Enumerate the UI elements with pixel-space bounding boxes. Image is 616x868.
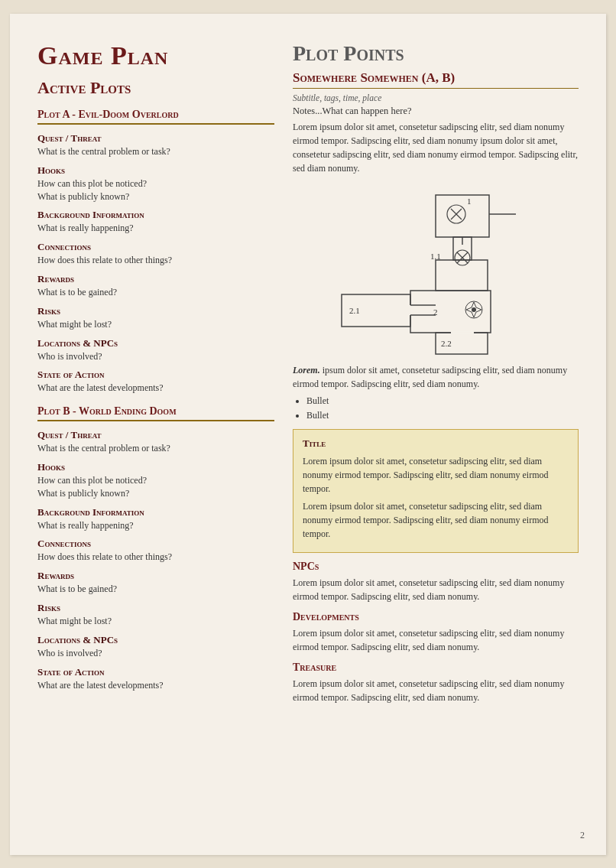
section-body-developments: Lorem ipsum dolor sit amet, consetetur s…: [293, 626, 579, 654]
map-caption: Lorem. ipsum dolor sit amet, consetetur …: [293, 363, 579, 391]
field-label-risks: Risks: [37, 305, 274, 317]
plot-a-heading: Plot A - Evil-Doom Overlord: [37, 109, 274, 125]
svg-rect-10: [436, 260, 488, 291]
right-sections: NPCsLorem ipsum dolor sit amet, consetet…: [293, 561, 579, 704]
page-number: 2: [580, 830, 585, 841]
field-value: What is the central problem or task?: [37, 442, 274, 455]
field-value: What are the latest developments?: [37, 382, 274, 395]
field-label-quest--threat: Quest / Threat: [37, 132, 274, 145]
field-label-quest--threat: Quest / Threat: [37, 429, 274, 441]
section-label-treasure: Treasure: [293, 662, 579, 674]
field-label-connections: Connections: [37, 538, 274, 550]
room1-1-label: 1.1: [430, 252, 441, 261]
list-item: Bullet: [306, 394, 579, 408]
field-value: What are the latest developments?: [37, 679, 274, 692]
room1-label: 1: [467, 197, 472, 206]
field-value: What is to be gained?: [37, 286, 274, 299]
right-column: Plot Points Somewhere Somewhen (A, B) Su…: [293, 41, 579, 827]
location-subtitle: Subtitle, tags, time, place: [293, 93, 579, 102]
room2-2-label: 2.2: [441, 339, 452, 348]
field-label-hooks: Hooks: [37, 461, 274, 473]
field-label-background-information: Background Information: [37, 506, 274, 519]
field-label-risks: Risks: [37, 602, 274, 614]
field-value: What is really happening?: [37, 222, 274, 235]
page: Game Plan Active Plots Plot A - Evil-Doo…: [10, 14, 606, 855]
location-body: Lorem ipsum dolor sit amet, consetetur s…: [293, 120, 579, 175]
callout-title: Title: [303, 437, 569, 450]
active-plots-heading: Active Plots: [37, 78, 274, 98]
location-heading: Somewhere Somewhen (A, B): [293, 70, 579, 89]
dungeon-map: 1 1.1: [317, 181, 554, 357]
field-label-background-information: Background Information: [37, 209, 274, 221]
map-caption-text: ipsum dolor sit amet, consetetur sadipsc…: [293, 365, 567, 389]
main-title: Game Plan: [37, 41, 274, 70]
plot-a-fields: Quest / ThreatWhat is the central proble…: [37, 132, 274, 395]
field-value: What might be lost?: [37, 318, 274, 331]
section-label-developments: Developments: [293, 611, 579, 623]
plot-points-title: Plot Points: [293, 41, 579, 66]
map-caption-bold: Lorem.: [293, 365, 320, 375]
field-label-state-of-action: State of Action: [37, 666, 274, 678]
field-value: What might be lost?: [37, 615, 274, 628]
svg-point-14: [472, 307, 476, 312]
field-label-connections: Connections: [37, 241, 274, 253]
field-label-locations--npcs: Locations & NPCs: [37, 634, 274, 646]
field-value: How can this plot be noticed?What is pub…: [37, 177, 274, 203]
field-label-state-of-action: State of Action: [37, 369, 274, 381]
list-item: Bullet: [306, 408, 579, 423]
field-value: How does this relate to other things?: [37, 551, 274, 564]
field-value: What is the central problem or task?: [37, 145, 274, 158]
callout-box: Title Lorem ipsum dolor sit amet, conset…: [293, 429, 579, 553]
field-label-rewards: Rewards: [37, 570, 274, 582]
svg-rect-11: [410, 291, 491, 333]
map-container: 1 1.1: [293, 181, 579, 357]
field-value: How does this relate to other things?: [37, 254, 274, 267]
plot-b-fields: Quest / ThreatWhat is the central proble…: [37, 429, 274, 691]
left-column: Game Plan Active Plots Plot A - Evil-Doo…: [37, 41, 274, 827]
field-label-locations--npcs: Locations & NPCs: [37, 337, 274, 349]
field-label-hooks: Hooks: [37, 164, 274, 177]
section-label-npcs: NPCs: [293, 561, 579, 573]
field-value: What is really happening?: [37, 519, 274, 532]
bullet-list: BulletBullet: [306, 394, 579, 423]
field-value: What is to be gained?: [37, 583, 274, 596]
svg-rect-0: [436, 195, 489, 237]
field-value: Who is involved?: [37, 350, 274, 363]
plot-a-section: Plot A - Evil-Doom Overlord Quest / Thre…: [37, 109, 274, 395]
field-value: Who is involved?: [37, 647, 274, 660]
room2-1-label: 2.1: [349, 306, 360, 315]
field-value: How can this plot be noticed?What is pub…: [37, 474, 274, 500]
plot-b-section: Plot B - World Ending Doom Quest / Threa…: [37, 405, 274, 691]
section-body-npcs: Lorem ipsum dolor sit amet, consetetur s…: [293, 576, 579, 603]
plot-b-heading: Plot B - World Ending Doom: [37, 405, 274, 421]
section-body-treasure: Lorem ipsum dolor sit amet, consetetur s…: [293, 677, 579, 704]
location-notes: Notes...What can happen here?: [293, 106, 579, 117]
field-label-rewards: Rewards: [37, 273, 274, 285]
callout-para-1: Lorem ipsum dolor sit amet, consetetur s…: [303, 454, 569, 496]
callout-para-2: Lorem ipsum dolor sit amet, consetetur s…: [303, 499, 569, 541]
